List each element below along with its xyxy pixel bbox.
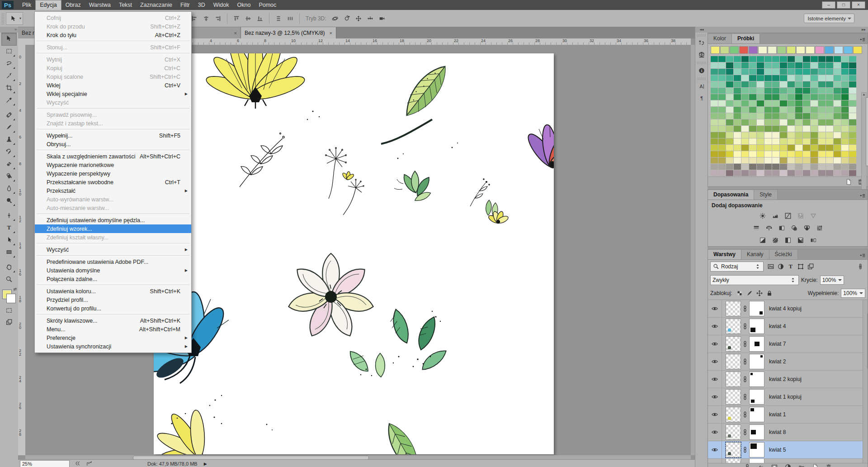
swatch[interactable] bbox=[818, 119, 826, 125]
visibility-cell[interactable] bbox=[708, 335, 722, 353]
swatch[interactable] bbox=[780, 100, 787, 106]
menubar-item-filtr[interactable]: Filtr bbox=[176, 0, 194, 10]
swatch[interactable] bbox=[764, 157, 772, 163]
swatch[interactable] bbox=[772, 151, 779, 157]
swatch[interactable] bbox=[841, 94, 849, 100]
swatch[interactable] bbox=[818, 126, 826, 132]
swatch[interactable] bbox=[834, 81, 841, 87]
swatch[interactable] bbox=[741, 100, 749, 106]
swatch[interactable] bbox=[818, 157, 826, 163]
swatch[interactable] bbox=[811, 126, 818, 132]
swatch[interactable] bbox=[734, 145, 741, 151]
menubar-item-okno[interactable]: Okno bbox=[233, 0, 255, 10]
recent-swatch[interactable] bbox=[711, 46, 720, 54]
swatch[interactable] bbox=[718, 113, 726, 119]
swatch[interactable] bbox=[818, 94, 826, 100]
swatch[interactable] bbox=[811, 119, 818, 125]
swatch[interactable] bbox=[764, 126, 772, 132]
swatch[interactable] bbox=[818, 75, 826, 81]
swatch[interactable] bbox=[803, 164, 810, 170]
swatch[interactable] bbox=[780, 126, 787, 132]
swatch[interactable] bbox=[718, 164, 726, 170]
swatch[interactable] bbox=[803, 81, 810, 87]
menubar-item-zaznaczanie[interactable]: Zaznaczanie bbox=[136, 0, 176, 10]
photofilter-adjustment-icon[interactable] bbox=[789, 223, 799, 233]
swatch[interactable] bbox=[826, 151, 833, 157]
menu-item-ustawienia-koloru[interactable]: Ustawienia koloru...Shift+Ctrl+K bbox=[35, 287, 191, 295]
swatch[interactable] bbox=[834, 75, 841, 81]
swatch[interactable] bbox=[788, 69, 795, 75]
layer-mask-thumbnail[interactable] bbox=[749, 424, 764, 440]
tab-close-icon[interactable]: × bbox=[330, 30, 332, 36]
swatch[interactable] bbox=[734, 81, 741, 87]
swatch[interactable] bbox=[718, 145, 726, 151]
swatch[interactable] bbox=[849, 170, 856, 176]
swatch[interactable] bbox=[795, 170, 802, 176]
swatch[interactable] bbox=[772, 164, 779, 170]
menubar-item-tekst[interactable]: Tekst bbox=[115, 0, 136, 10]
swatch[interactable] bbox=[803, 151, 810, 157]
menu-item-zdefiniuj-ustawienie-domy-lne-p-dzla[interactable]: Zdefiniuj ustawienie domyślne pędzla... bbox=[35, 216, 191, 224]
menu-item-konwertuj-do-profilu[interactable]: Konwertuj do profilu... bbox=[35, 304, 191, 313]
swatch[interactable] bbox=[818, 170, 826, 176]
swatch[interactable] bbox=[749, 151, 756, 157]
swatch[interactable] bbox=[788, 75, 795, 81]
swatch[interactable] bbox=[772, 75, 779, 81]
para-panel-button[interactable]: ¶ bbox=[696, 93, 707, 104]
swatch[interactable] bbox=[841, 107, 849, 113]
swatch[interactable] bbox=[734, 75, 741, 81]
paint-bucket-tool[interactable] bbox=[2, 171, 16, 183]
swatch[interactable] bbox=[726, 107, 733, 113]
swatch[interactable] bbox=[795, 69, 802, 75]
swatch[interactable] bbox=[764, 132, 772, 138]
eye-icon[interactable] bbox=[711, 358, 718, 365]
tab-dopasowania[interactable]: Dopasowania bbox=[708, 190, 754, 200]
swatch[interactable] bbox=[726, 81, 733, 87]
swatch[interactable] bbox=[795, 164, 802, 170]
swatch[interactable] bbox=[718, 100, 726, 106]
swatch[interactable] bbox=[803, 62, 810, 68]
swatch[interactable] bbox=[826, 164, 833, 170]
recent-swatch[interactable] bbox=[787, 46, 796, 54]
swatch[interactable] bbox=[749, 100, 756, 106]
swatch[interactable] bbox=[795, 88, 802, 94]
layer-row-kwiat-2-kopiuj[interactable]: kwiat 2 kopiuj bbox=[708, 371, 868, 388]
swatch[interactable] bbox=[834, 119, 841, 125]
swatch[interactable] bbox=[726, 69, 733, 75]
swatch[interactable] bbox=[757, 94, 764, 100]
swatch[interactable] bbox=[741, 126, 749, 132]
menu-item-wypaczenie-perspektywy[interactable]: Wypaczenie perspektywy bbox=[35, 169, 191, 178]
cam3d-icon[interactable] bbox=[377, 14, 387, 24]
swatch[interactable] bbox=[772, 88, 779, 94]
swatch[interactable] bbox=[841, 157, 849, 163]
minimize-button[interactable]: – bbox=[822, 1, 835, 9]
swatch[interactable] bbox=[818, 138, 826, 144]
recent-swatch[interactable] bbox=[844, 46, 853, 54]
swatch[interactable] bbox=[811, 151, 818, 157]
path-selection-tool[interactable] bbox=[2, 234, 16, 247]
swatch[interactable] bbox=[811, 56, 818, 62]
swatch[interactable] bbox=[811, 145, 818, 151]
swatch[interactable] bbox=[749, 126, 756, 132]
swatch[interactable] bbox=[764, 119, 772, 125]
swatch[interactable] bbox=[757, 69, 764, 75]
swatch[interactable] bbox=[734, 100, 741, 106]
pan3d-icon[interactable] bbox=[354, 14, 363, 24]
swatch[interactable] bbox=[826, 81, 833, 87]
cube-panel-button[interactable] bbox=[696, 49, 707, 60]
swatch[interactable] bbox=[818, 107, 826, 113]
swatch[interactable] bbox=[795, 75, 802, 81]
swatch[interactable] bbox=[772, 138, 779, 144]
swatch[interactable] bbox=[780, 132, 787, 138]
swatch[interactable] bbox=[741, 138, 749, 144]
recent-swatch[interactable] bbox=[825, 46, 834, 54]
swatch[interactable] bbox=[749, 62, 756, 68]
slide3d-icon[interactable] bbox=[365, 14, 375, 24]
swatch[interactable] bbox=[749, 88, 756, 94]
panel-menu-icon[interactable] bbox=[859, 252, 866, 259]
swatch[interactable] bbox=[788, 107, 795, 113]
swatch[interactable] bbox=[764, 56, 772, 62]
invert-adjustment-icon[interactable] bbox=[758, 235, 767, 245]
layer-row-kwiat-2[interactable]: kwiat 2 bbox=[708, 353, 868, 371]
swatch[interactable] bbox=[826, 145, 833, 151]
